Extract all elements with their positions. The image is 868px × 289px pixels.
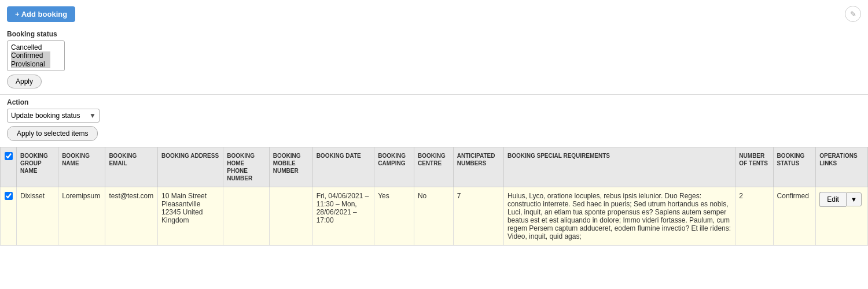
row-status: Confirmed	[773, 187, 816, 246]
edit-button[interactable]: Edit	[819, 192, 846, 207]
add-booking-button[interactable]: + Add booking	[7, 6, 75, 22]
action-select-wrapper: Update booking status ▼	[7, 109, 100, 123]
row-checkbox-cell	[1, 187, 17, 246]
action-section: Action Update booking status ▼ Apply to …	[0, 95, 868, 147]
row-email: test@test.com	[105, 187, 158, 246]
action-label: Action	[7, 98, 861, 106]
action-row: Update booking status ▼	[7, 109, 861, 123]
header-anticipated: Anticipated Numbers	[453, 147, 503, 187]
header-address: Booking Address	[158, 147, 223, 187]
row-booking-name: Loremipsum	[58, 187, 105, 246]
header-status: Booking Status	[773, 147, 816, 187]
table-row: Dixisset Loremipsum test@test.com 10 Mai…	[1, 187, 868, 246]
header-num-tents: Number of Tents	[735, 147, 773, 187]
header-special-req: Booking Special Requirements	[503, 147, 735, 187]
apply-selected-button[interactable]: Apply to selected items	[7, 126, 98, 141]
filters-section: Booking status Cancelled Confirmed Provi…	[0, 28, 868, 94]
bookings-table: Booking Group Name Booking Name Booking …	[0, 147, 868, 246]
row-mobile	[269, 187, 312, 246]
table-header-row: Booking Group Name Booking Name Booking …	[1, 147, 868, 187]
status-select[interactable]: Cancelled Confirmed Provisional	[7, 40, 65, 71]
header-date: Booking Date	[312, 147, 374, 187]
header-camping: Booking Camping	[374, 147, 414, 187]
row-num-tents: 2	[735, 187, 773, 246]
row-anticipated: 7	[453, 187, 503, 246]
table-wrapper: Booking Group Name Booking Name Booking …	[0, 147, 868, 246]
action-select[interactable]: Update booking status	[7, 109, 100, 123]
row-checkbox[interactable]	[5, 192, 13, 200]
top-bar: + Add booking ✎	[0, 0, 868, 28]
row-centre: No	[414, 187, 453, 246]
edit-icon-button[interactable]: ✎	[845, 6, 861, 22]
row-special-req: Huius, Lyco, oratione locuples, rebus ip…	[503, 187, 735, 246]
select-all-checkbox[interactable]	[5, 152, 13, 160]
header-checkbox-cell	[1, 147, 17, 187]
pencil-icon: ✎	[850, 10, 856, 18]
row-camping: Yes	[374, 187, 414, 246]
header-group-name: Booking Group Name	[17, 147, 58, 187]
booking-status-label: Booking status	[7, 30, 861, 38]
header-centre: Booking Centre	[414, 147, 453, 187]
chevron-down-icon: ▼	[851, 196, 857, 203]
edit-dropdown-button[interactable]: ▼	[846, 192, 862, 206]
header-booking-name: Booking Name	[58, 147, 105, 187]
header-operations: Operations Links	[816, 147, 868, 187]
row-home-phone	[223, 187, 270, 246]
header-home-phone: Booking Home Phone Number	[223, 147, 270, 187]
row-operations: Edit ▼	[816, 187, 868, 246]
apply-button[interactable]: Apply	[7, 75, 42, 88]
row-date: Fri, 04/06/2021 – 11:30 – Mon, 28/06/202…	[312, 187, 374, 246]
row-address: 10 Main Street Pleasantville 12345 Unite…	[158, 187, 223, 246]
edit-btn-group: Edit ▼	[819, 192, 864, 207]
status-select-wrapper: Cancelled Confirmed Provisional	[7, 40, 65, 71]
header-mobile: Booking Mobile Number	[269, 147, 312, 187]
row-group-name: Dixisset	[17, 187, 58, 246]
header-email: Booking Email	[105, 147, 158, 187]
